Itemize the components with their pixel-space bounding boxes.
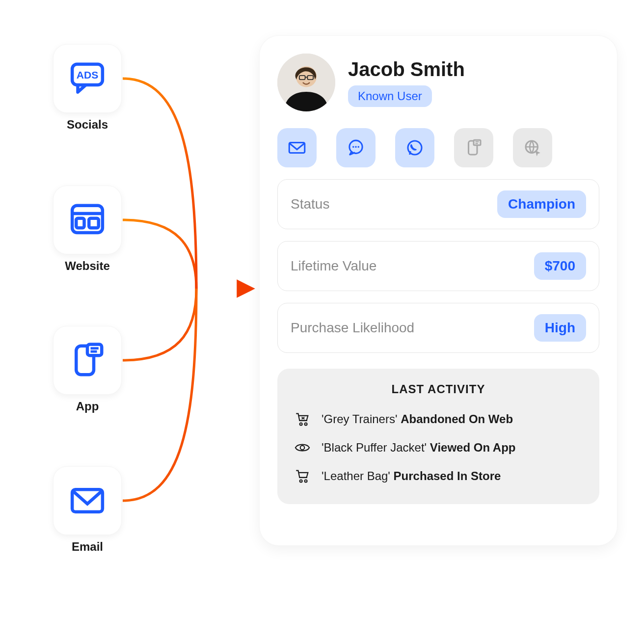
- ads-icon: ADS: [68, 59, 107, 98]
- channel-sms[interactable]: [454, 128, 493, 167]
- svg-text:ADS: ADS: [77, 69, 99, 80]
- channel-email[interactable]: [277, 128, 317, 167]
- stat-ltv: Lifetime Value $700: [277, 241, 599, 291]
- profile-card: Jacob Smith Known User Status: [259, 35, 617, 546]
- stat-purchase: Purchase Likelihood High: [277, 303, 599, 353]
- activity-row: 'Grey Trainers' Abandoned On Web: [292, 405, 585, 433]
- channel-chat[interactable]: [336, 128, 376, 167]
- chat-icon: [346, 137, 366, 158]
- eye-icon: [294, 439, 311, 456]
- source-app: [53, 326, 122, 395]
- svg-point-29: [300, 446, 305, 450]
- website-icon: [68, 201, 107, 239]
- stat-ltv-value: $700: [534, 252, 586, 280]
- stat-status: Status Champion: [277, 179, 599, 229]
- activity-product: 'Black Puffer Jacket': [322, 441, 427, 454]
- svg-point-31: [305, 480, 307, 482]
- svg-point-20: [358, 146, 360, 148]
- stat-status-label: Status: [291, 196, 329, 212]
- cart-x-icon: [294, 411, 311, 428]
- channel-whatsapp[interactable]: [395, 128, 434, 167]
- stats-list: Status Champion Lifetime Value $700 Purc…: [277, 179, 599, 353]
- activity-row: 'Black Puffer Jacket' Viewed On App: [292, 433, 585, 462]
- svg-point-18: [352, 146, 354, 148]
- source-app-label: App: [48, 400, 127, 413]
- stat-ltv-label: Lifetime Value: [291, 258, 376, 274]
- cart-icon: [294, 468, 311, 484]
- svg-point-19: [355, 146, 357, 148]
- avatar-image: [277, 54, 335, 111]
- activity-panel: LAST ACTIVITY 'Grey Trainers' Abandoned …: [277, 369, 599, 504]
- activity-product: 'Grey Trainers': [322, 412, 398, 426]
- source-email-label: Email: [48, 540, 127, 554]
- stat-purchase-value: High: [534, 314, 586, 342]
- source-email: [53, 466, 122, 535]
- svg-rect-5: [89, 218, 99, 228]
- stat-status-value: Champion: [497, 190, 586, 218]
- stat-purchase-label: Purchase Likelihood: [291, 320, 414, 336]
- activity-action: Purchased In Store: [394, 469, 501, 483]
- svg-point-28: [305, 423, 307, 425]
- activity-product: 'Leather Bag': [322, 469, 390, 483]
- avatar: [277, 54, 335, 111]
- source-socials-label: Socials: [48, 118, 127, 132]
- diagram-stage: ADS Socials Website App Email: [0, 0, 644, 644]
- activity-action: Viewed On App: [430, 441, 516, 454]
- email-icon: [68, 482, 107, 520]
- profile-badge: Known User: [348, 85, 432, 107]
- profile-name: Jacob Smith: [348, 58, 465, 80]
- activity-action: Abandoned On Web: [401, 412, 513, 426]
- activity-row: 'Leather Bag' Purchased In Store: [292, 462, 585, 490]
- source-socials: ADS: [53, 44, 122, 113]
- svg-rect-23: [474, 140, 481, 145]
- phone-message-icon: [463, 137, 484, 158]
- svg-point-27: [300, 423, 302, 425]
- source-website: [53, 186, 122, 254]
- channel-row: [277, 128, 599, 167]
- svg-rect-4: [76, 218, 84, 228]
- whatsapp-icon: [404, 137, 425, 158]
- globe-cursor-icon: [522, 137, 543, 158]
- svg-rect-7: [87, 345, 102, 356]
- activity-title: LAST ACTIVITY: [292, 382, 585, 396]
- app-icon: [68, 341, 107, 379]
- profile-header: Jacob Smith Known User: [277, 54, 599, 111]
- channel-web[interactable]: [513, 128, 552, 167]
- svg-point-30: [300, 480, 302, 482]
- source-website-label: Website: [48, 259, 127, 273]
- mail-icon: [287, 137, 307, 158]
